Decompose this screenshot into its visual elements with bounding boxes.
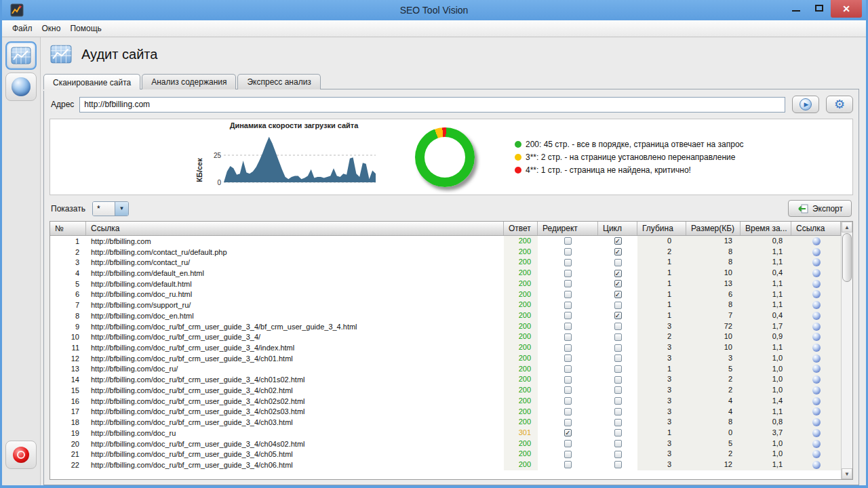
redirect-checkbox[interactable]: [564, 270, 572, 277]
redirect-checkbox[interactable]: [564, 333, 572, 341]
open-link-globe-icon[interactable]: [812, 386, 821, 394]
table-row[interactable]: 10http://bfbilling.com/doc_ru/bf_crm_use…: [50, 331, 841, 342]
open-link-globe-icon[interactable]: [812, 301, 821, 309]
column-header-7[interactable]: Время за...: [741, 222, 791, 235]
redirect-checkbox[interactable]: [564, 397, 572, 405]
table-row[interactable]: 21http://bfbilling.com/doc_ru/bf_crm_use…: [50, 449, 841, 460]
cycle-checkbox[interactable]: [614, 451, 622, 458]
open-link-globe-icon[interactable]: [812, 397, 821, 405]
open-link-globe-icon[interactable]: [812, 333, 821, 341]
table-row[interactable]: 7http://bfbilling.com/support_ru/200181,…: [50, 300, 841, 310]
column-header-3[interactable]: Редирект: [538, 222, 598, 235]
redirect-checkbox[interactable]: [564, 280, 572, 287]
redirect-checkbox[interactable]: [564, 302, 572, 309]
cycle-checkbox[interactable]: ✓: [614, 280, 622, 287]
open-link-globe-icon[interactable]: [812, 344, 821, 352]
open-link-globe-icon[interactable]: [812, 237, 821, 245]
cycle-checkbox[interactable]: [614, 323, 622, 330]
cycle-checkbox[interactable]: [614, 302, 622, 309]
open-link-globe-icon[interactable]: [812, 312, 821, 320]
cycle-checkbox[interactable]: [614, 386, 622, 394]
cycle-checkbox[interactable]: [614, 461, 622, 468]
address-input[interactable]: [79, 97, 785, 113]
cycle-checkbox[interactable]: [614, 419, 622, 426]
table-row[interactable]: 8http://bfbilling.com/doc_en.html200✓170…: [50, 310, 841, 321]
table-row[interactable]: 13http://bfbilling.com/doc_ru/200151,0: [50, 364, 841, 375]
open-link-globe-icon[interactable]: [812, 450, 821, 458]
cycle-checkbox[interactable]: [614, 397, 622, 405]
cycle-checkbox[interactable]: [614, 408, 622, 415]
maximize-button[interactable]: [808, 0, 831, 16]
redirect-checkbox[interactable]: [564, 323, 572, 330]
open-link-globe-icon[interactable]: [812, 440, 821, 448]
open-link-globe-icon[interactable]: [812, 429, 821, 437]
record-button[interactable]: [5, 441, 37, 469]
column-header-6[interactable]: Размер(КБ): [686, 222, 741, 235]
cycle-checkbox[interactable]: [614, 344, 622, 352]
open-link-globe-icon[interactable]: [812, 323, 821, 331]
table-row[interactable]: 14http://bfbilling.com/doc_ru/bf_crm_use…: [50, 374, 841, 385]
table-row[interactable]: 19http://bfbilling.com/doc_ru301✓103,7: [50, 428, 841, 439]
redirect-checkbox[interactable]: [564, 376, 572, 384]
redirect-checkbox[interactable]: [564, 248, 572, 256]
start-scan-button[interactable]: ▶: [792, 96, 819, 113]
settings-button[interactable]: ⚙: [826, 96, 853, 113]
filter-dropdown[interactable]: * ▼: [92, 201, 129, 216]
open-link-globe-icon[interactable]: [812, 375, 821, 384]
column-header-5[interactable]: Глубина: [637, 222, 686, 235]
redirect-checkbox[interactable]: [564, 312, 572, 319]
open-link-globe-icon[interactable]: [812, 461, 821, 469]
table-row[interactable]: 12http://bfbilling.com/doc_ru/bf_crm_use…: [50, 353, 841, 364]
menu-item-0[interactable]: Файл: [7, 22, 37, 35]
table-row[interactable]: 16http://bfbilling.com/doc_ru/bf_crm_use…: [50, 396, 841, 407]
cycle-checkbox[interactable]: ✓: [614, 237, 622, 245]
cycle-checkbox[interactable]: [614, 259, 622, 266]
cycle-checkbox[interactable]: [614, 333, 622, 341]
redirect-checkbox[interactable]: [564, 440, 572, 447]
open-link-globe-icon[interactable]: [812, 248, 821, 256]
cycle-checkbox[interactable]: ✓: [614, 248, 622, 256]
scrollbar-thumb[interactable]: [842, 233, 852, 282]
open-link-globe-icon[interactable]: [812, 269, 821, 277]
table-row[interactable]: 9http://bfbilling.com/doc_ru/bf_crm_user…: [50, 321, 841, 332]
open-link-globe-icon[interactable]: [812, 407, 821, 415]
column-header-1[interactable]: Ссылка: [86, 222, 504, 235]
table-row[interactable]: 18http://bfbilling.com/doc_ru/bf_crm_use…: [50, 417, 841, 428]
redirect-checkbox[interactable]: [564, 386, 572, 394]
redirect-checkbox[interactable]: [564, 419, 572, 426]
table-row[interactable]: 17http://bfbilling.com/doc_ru/bf_crm_use…: [50, 407, 841, 418]
cycle-checkbox[interactable]: [614, 376, 622, 384]
sidebar-audit-button[interactable]: [5, 41, 37, 70]
column-header-2[interactable]: Ответ: [504, 222, 538, 235]
minimize-button[interactable]: [785, 0, 808, 16]
cycle-checkbox[interactable]: [614, 440, 622, 447]
table-row[interactable]: 2http://bfbilling.com/contact_ru/default…: [50, 247, 841, 258]
open-link-globe-icon[interactable]: [812, 354, 821, 363]
sidebar-web-button[interactable]: [5, 73, 37, 101]
redirect-checkbox[interactable]: [564, 354, 572, 362]
redirect-checkbox[interactable]: [564, 291, 572, 298]
menu-item-1[interactable]: Окно: [37, 22, 66, 35]
open-link-globe-icon[interactable]: [812, 258, 821, 266]
cycle-checkbox[interactable]: ✓: [614, 270, 622, 277]
redirect-checkbox[interactable]: [564, 365, 572, 373]
column-header-0[interactable]: №: [50, 222, 86, 235]
open-link-globe-icon[interactable]: [812, 418, 821, 426]
redirect-checkbox[interactable]: [564, 237, 572, 245]
scroll-down-icon[interactable]: ▼: [842, 468, 852, 479]
table-row[interactable]: 20http://bfbilling.com/doc_ru/bf_crm_use…: [50, 439, 841, 449]
close-button[interactable]: ✕: [831, 0, 862, 18]
table-row[interactable]: 15http://bfbilling.com/doc_ru/bf_crm_use…: [50, 385, 841, 396]
export-button[interactable]: Экспорт: [788, 200, 852, 217]
vertical-scrollbar[interactable]: ▲ ▼: [841, 222, 852, 479]
open-link-globe-icon[interactable]: [812, 365, 821, 373]
table-row[interactable]: 4http://bfbilling.com/default_en.html200…: [50, 268, 841, 279]
tab-2[interactable]: Экспресс анализ: [237, 74, 320, 89]
table-row[interactable]: 1http://bfbilling.com200✓0130,8: [50, 236, 841, 247]
redirect-checkbox[interactable]: [564, 259, 572, 266]
menu-item-2[interactable]: Помощь: [65, 22, 106, 35]
table-row[interactable]: 22http://bfbilling.com/doc_ru/bf_crm_use…: [50, 460, 841, 470]
table-row[interactable]: 11http://bfbilling.com/doc_ru/bf_crm_use…: [50, 342, 841, 353]
table-row[interactable]: 3http://bfbilling.com/contact_ru/200181,…: [50, 257, 841, 268]
cycle-checkbox[interactable]: [614, 429, 622, 436]
